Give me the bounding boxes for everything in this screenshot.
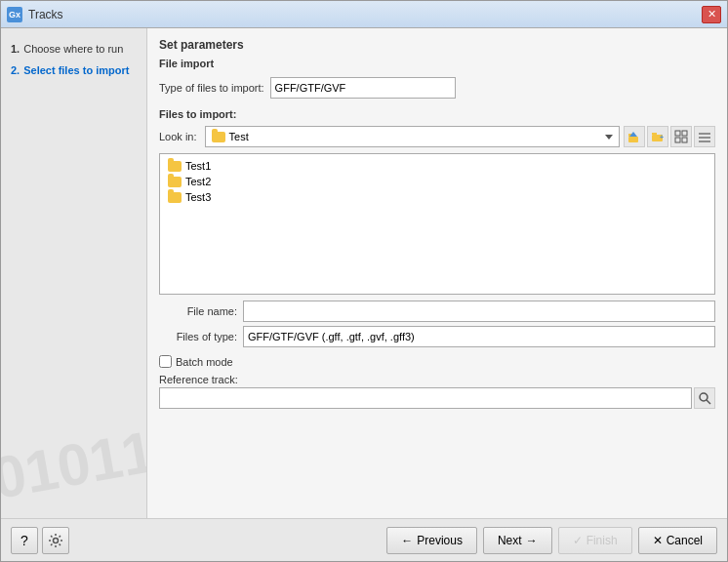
type-select[interactable]: GFF/GTF/GVF BED BAM/SAM VCF [270, 77, 456, 99]
folder-icon-2 [168, 177, 182, 187]
up-icon [627, 130, 641, 143]
file-browser[interactable]: Test1 Test2 Test3 [159, 153, 715, 295]
app-icon: Gx [7, 7, 22, 22]
ref-track-browse-button[interactable] [694, 387, 715, 409]
svg-point-12 [700, 393, 708, 401]
file-item-2-name: Test2 [185, 176, 211, 187]
batch-mode-label[interactable]: Batch mode [159, 355, 233, 368]
ref-track-input[interactable] [159, 387, 692, 409]
file-item-3[interactable]: Test3 [164, 189, 710, 205]
files-label: Files to import: [159, 108, 715, 120]
look-in-label: Look in: [159, 131, 197, 142]
finish-button[interactable]: ✓ Finish [558, 527, 632, 554]
batch-mode-checkbox[interactable] [159, 355, 172, 368]
close-button[interactable]: ✕ [702, 6, 721, 23]
svg-rect-0 [628, 137, 638, 142]
file-item-1[interactable]: Test1 [164, 158, 710, 174]
svg-rect-8 [682, 138, 687, 142]
batch-mode-text: Batch mode [176, 356, 233, 368]
step-1-label: Choose where to run [23, 43, 123, 55]
watermark: 01011 [1, 420, 147, 511]
file-name-input[interactable] [243, 301, 715, 322]
svg-rect-6 [682, 131, 687, 136]
file-type-row: Files of type: GFF/GTF/GVF (.gff, .gtf, … [159, 326, 715, 347]
file-item-2[interactable]: Test2 [164, 174, 710, 189]
next-button[interactable]: Next → [483, 527, 552, 554]
section-title: Set parameters [159, 38, 715, 52]
next-arrow-icon: → [526, 534, 538, 547]
look-in-dropdown[interactable]: Test [205, 126, 620, 147]
sidebar: 1. Choose where to run 2. Select files t… [1, 28, 147, 518]
next-label: Next [498, 534, 522, 547]
svg-rect-3 [652, 133, 657, 135]
ref-track-input-row [159, 387, 715, 409]
view-list-icon [698, 130, 711, 143]
help-icon: ? [20, 533, 28, 548]
browse-icon [698, 391, 711, 405]
svg-rect-5 [675, 131, 680, 136]
previous-label: Previous [417, 534, 463, 547]
folder-icon [212, 132, 225, 142]
folder-icon-3 [168, 192, 182, 203]
step-1: 1. Choose where to run [11, 43, 137, 55]
help-button[interactable]: ? [11, 527, 38, 554]
finish-label: Finish [586, 534, 618, 547]
new-folder-icon: + [651, 130, 665, 143]
cancel-label: Cancel [667, 534, 703, 547]
previous-button[interactable]: ← Previous [386, 527, 477, 554]
file-type-label: Files of type: [159, 331, 237, 342]
dropdown-arrow-icon [605, 135, 613, 140]
finish-check-icon: ✓ [573, 534, 583, 547]
new-folder-button[interactable]: + [647, 126, 668, 147]
file-item-3-name: Test3 [185, 191, 211, 203]
files-section: Files to import: Look in: Test [159, 108, 715, 409]
ref-track-section: Reference track: [159, 374, 715, 409]
view-icons-button[interactable] [670, 126, 692, 147]
svg-line-13 [707, 400, 710, 404]
bottom-bar: ? ← Previous Next → ✓ Finish [1, 518, 727, 561]
window-title: Tracks [28, 8, 702, 21]
svg-text:+: + [660, 134, 664, 140]
prev-arrow-icon: ← [401, 534, 413, 547]
file-type-select[interactable]: GFF/GTF/GVF (.gff, .gtf, .gvf, .gff3) Al… [243, 326, 715, 347]
step-2-label: Select files to import [23, 64, 129, 76]
step-2: 2. Select files to import [11, 64, 137, 76]
section-sub: File import [159, 58, 715, 69]
cancel-x-icon: ✕ [653, 534, 663, 547]
settings-button[interactable] [42, 527, 69, 554]
ref-track-label: Reference track: [159, 374, 715, 385]
svg-point-14 [54, 538, 59, 542]
title-bar: Gx Tracks ✕ [1, 1, 727, 28]
main-window: Gx Tracks ✕ 1. Choose where to run 2. Se… [0, 0, 728, 562]
folder-icon-1 [168, 161, 182, 172]
view-list-button[interactable] [694, 126, 715, 147]
bottom-right: ← Previous Next → ✓ Finish ✕ Cancel [386, 527, 717, 554]
type-label: Type of files to import: [159, 82, 264, 94]
svg-rect-7 [675, 138, 680, 142]
file-item-1-name: Test1 [185, 160, 211, 172]
batch-mode-row: Batch mode [159, 355, 715, 368]
bottom-left: ? [11, 527, 69, 554]
settings-icon [48, 533, 63, 548]
file-name-row: File name: [159, 301, 715, 322]
file-name-label: File name: [159, 305, 237, 317]
right-panel: Set parameters File import Type of files… [147, 28, 727, 518]
step-2-number: 2. [11, 64, 20, 76]
view-icons-icon [674, 130, 688, 143]
look-in-row: Look in: Test [159, 126, 715, 147]
cancel-button[interactable]: ✕ Cancel [638, 527, 717, 554]
main-content: 1. Choose where to run 2. Select files t… [1, 28, 727, 518]
nav-up-button[interactable] [624, 126, 645, 147]
look-in-value: Test [229, 131, 599, 142]
toolbar-icons: + [624, 126, 715, 147]
step-1-number: 1. [11, 43, 20, 55]
type-row: Type of files to import: GFF/GTF/GVF BED… [159, 77, 715, 99]
